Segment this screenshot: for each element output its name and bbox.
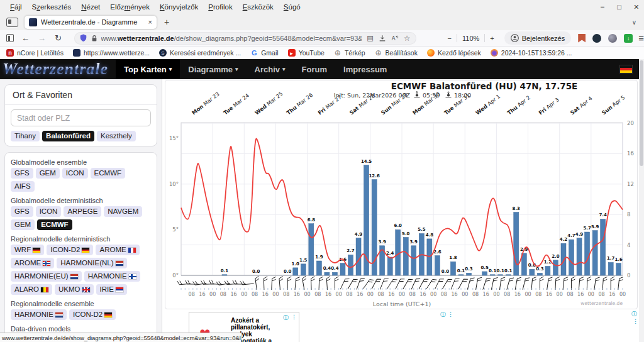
reload-button[interactable]: ↻ <box>50 33 67 43</box>
ad-kebab-icon[interactable]: ⋮ <box>448 311 453 317</box>
bookmark-youtube[interactable]: ▶YouTube <box>288 49 325 57</box>
bookmark-be-ll-t-sok[interactable]: ⊕Beállítások <box>375 49 418 57</box>
forward-button[interactable]: → <box>34 33 50 43</box>
tab-title: Wetterzentrale.de - Diagramme <box>41 18 145 26</box>
model-arome[interactable]: AROME <box>11 258 54 268</box>
menu-szerkeszt-s[interactable]: Szerkesztés <box>27 3 77 11</box>
model-wrf[interactable]: WRF <box>11 245 44 255</box>
scrollbar-thumb[interactable] <box>640 60 643 166</box>
page-scrollbar[interactable] <box>639 59 644 342</box>
model-ecmwf[interactable]: ECMWF <box>37 219 72 230</box>
bookmark-2024-10-15t13-59-26[interactable]: 2024-10-15T13:59:26 ... <box>491 49 572 57</box>
tab-wetterzentrale[interactable]: Wetterzentrale.de - Diagramme × <box>25 16 157 29</box>
nav-impressum[interactable]: Impressum <box>335 59 395 79</box>
model-navgem[interactable]: NAVGEM <box>104 206 142 217</box>
tab-bar: Wetterzentrale.de - Diagramme × + ∨ <box>0 14 644 30</box>
model-gfs[interactable]: GFS <box>11 206 33 217</box>
menu-s-g[interactable]: Súgó <box>279 3 306 11</box>
minimize-button[interactable]: − <box>600 3 604 11</box>
model-icon[interactable]: ICON <box>36 206 62 217</box>
menu-n-zet[interactable]: Nézet <box>76 3 105 11</box>
url-text: www.wetterzentrale.de/de/show_diagrams.p… <box>101 35 362 42</box>
url-bar[interactable]: www.wetterzentrale.de/de/show_diagrams.p… <box>74 32 416 45</box>
model-icon-d2[interactable]: ICON-D2 <box>69 309 116 320</box>
zoom-out-button[interactable]: − <box>448 35 452 42</box>
favorite-keszthely[interactable]: Keszthely <box>97 131 136 141</box>
tab-close-icon[interactable]: × <box>148 18 152 26</box>
model-gem[interactable]: GEM <box>36 168 60 179</box>
signin-button[interactable]: Bejelentkezés <box>504 31 572 45</box>
svg-text:00: 00 <box>367 292 374 297</box>
extension-ribbon-icon[interactable] <box>578 34 586 43</box>
model-ukmo[interactable]: UKMO <box>55 284 94 295</box>
nav-top-karten[interactable]: Top Karten▾ <box>116 59 180 79</box>
favorite-tihany[interactable]: Tihany <box>11 131 40 141</box>
bookmark-kezd-l-p-sek[interactable]: Kezdő lépések <box>427 49 481 57</box>
model-arome[interactable]: AROME <box>96 245 139 255</box>
bookmark-star-icon[interactable]: ☆ <box>404 34 411 43</box>
chart-watermark: wetterzentrale.de <box>580 301 623 306</box>
ad-info-icon[interactable]: ⓘ <box>440 311 446 317</box>
extension-sphere-icon[interactable] <box>608 34 617 43</box>
bookmark-t-rk-p[interactable]: ⊕Térkép <box>334 49 365 57</box>
model-harmonie[interactable]: HARMONIE <box>11 309 67 320</box>
model-harmonie-nl[interactable]: HARMONIE(NL) <box>57 258 126 268</box>
new-tab-button[interactable]: + <box>164 17 169 27</box>
bookmark-https-www-wetterze[interactable]: https://www.wetterze... <box>73 49 150 57</box>
svg-text:08: 08 <box>377 292 384 297</box>
save-page-icon[interactable] <box>379 35 386 42</box>
youtube-icon: ▶ <box>288 49 296 57</box>
maximize-button[interactable]: □ <box>617 3 621 11</box>
list-tabs-chevron-icon[interactable]: ∨ <box>632 14 636 30</box>
extension-download-icon[interactable]: ↓ <box>624 34 633 43</box>
firefox-view-icon[interactable] <box>6 18 18 27</box>
back-button[interactable]: ← <box>18 33 34 43</box>
model-ecmwf[interactable]: ECMWF <box>91 168 125 179</box>
menu-f-jl[interactable]: Fájl <box>5 3 27 11</box>
model-gem[interactable]: GEM <box>11 219 35 230</box>
model-harmonie[interactable]: HARMONIE <box>84 271 140 282</box>
nav-archiv[interactable]: Archiv▾ <box>247 59 294 79</box>
reader-mode-icon[interactable]: ▤ <box>367 34 373 42</box>
lock-icon[interactable] <box>91 35 97 42</box>
menu-k-nyvjelz-k[interactable]: Könyvjelzők <box>155 3 203 11</box>
bookmark-ncore-let-lt-s[interactable]: nnCore | Letöltés <box>6 49 64 57</box>
menu-eszk-z-k[interactable]: Eszközök <box>238 3 279 11</box>
ad-kebab-icon[interactable]: ⋮ <box>633 318 638 324</box>
precip-bar-label: 1.9 <box>315 255 323 260</box>
zoom-level[interactable]: 110% <box>462 35 479 42</box>
precip-bar <box>309 224 314 275</box>
model-aifs[interactable]: AIFS <box>11 181 35 192</box>
bookmark-gmail[interactable]: GGmail <box>250 49 278 57</box>
precip-bar <box>585 232 590 275</box>
menu-el-zm-nyek[interactable]: Előzmények <box>105 3 155 11</box>
zoom-in-button[interactable]: + <box>490 35 494 42</box>
tracking-shield-icon[interactable] <box>80 34 87 42</box>
app-menu-icon[interactable]: ≡ <box>638 33 644 43</box>
de-flag-icon <box>82 248 89 253</box>
menu-profilok[interactable]: Profilok <box>203 3 237 11</box>
model-alaro[interactable]: ALARO <box>11 284 52 295</box>
precip-bar <box>450 262 455 275</box>
pill-label: HARMONIE <box>88 272 127 281</box>
site-logo[interactable]: Wetterzentrale <box>0 59 116 79</box>
svg-text:16: 16 <box>262 292 269 297</box>
model-arpege[interactable]: ARPEGE <box>64 206 101 217</box>
nav-forum[interactable]: Forum <box>294 59 335 79</box>
translate-icon[interactable]: A <box>391 35 399 42</box>
location-search-input[interactable] <box>11 109 151 126</box>
model-gfs[interactable]: GFS <box>11 168 33 179</box>
extension-dark-icon[interactable] <box>592 34 601 43</box>
model-irie[interactable]: IRIE <box>96 284 127 295</box>
window-close-button[interactable]: × <box>634 2 639 12</box>
sidebar-toggle-icon[interactable] <box>6 34 14 42</box>
model-icon[interactable]: ICON <box>62 168 88 179</box>
favorite-balatonf-red[interactable]: Balatonfüred <box>42 131 94 141</box>
model-harmonie-eu[interactable]: HARMONIE(EU) <box>11 271 82 282</box>
bookmark-keres-si-eredm-nyek[interactable]: SKeresési eredmények ... <box>159 49 241 57</box>
german-flag-icon[interactable] <box>619 65 633 74</box>
wind-barb <box>186 280 199 284</box>
model-icon-d2[interactable]: ICON-D2 <box>47 245 93 255</box>
ad-info-icon[interactable]: ⓘ <box>631 311 637 317</box>
nav-diagramme[interactable]: Diagramme▾ <box>180 59 246 79</box>
